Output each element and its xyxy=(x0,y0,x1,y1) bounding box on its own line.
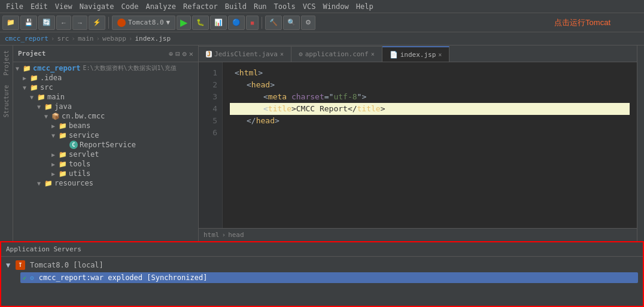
tree-tools[interactable]: ▶ 📁 tools xyxy=(13,159,198,169)
sync-check-icon: ✓ xyxy=(23,275,26,281)
main-label: main xyxy=(47,93,65,101)
nav-head[interactable]: head xyxy=(228,231,244,239)
tree-service[interactable]: ▼ 📁 service xyxy=(13,130,198,140)
tree-resources[interactable]: ▼ 📁 resources xyxy=(13,178,198,188)
menu-file[interactable]: File xyxy=(2,1,27,12)
bc-project[interactable]: cmcc_report xyxy=(5,35,48,42)
tree-main[interactable]: ▼ 📁 main xyxy=(13,92,198,102)
bc-webapp[interactable]: webapp xyxy=(102,35,126,42)
tab-indexjsp-close[interactable]: × xyxy=(438,51,442,58)
stop-btn[interactable]: ■ xyxy=(246,16,259,30)
idea-arrow[interactable]: ▶ xyxy=(23,75,30,81)
tree-idea[interactable]: ▶ 📁 .idea xyxy=(13,73,198,83)
src-arrow[interactable]: ▼ xyxy=(23,84,30,91)
idea-label: .idea xyxy=(40,74,62,82)
menu-help[interactable]: Help xyxy=(353,1,377,12)
line-num-6: 6 xyxy=(199,127,217,139)
sidebar-locate-icon[interactable]: ⊕ xyxy=(169,50,173,58)
menu-view[interactable]: View xyxy=(51,1,76,12)
menu-vcs[interactable]: VCS xyxy=(299,1,320,12)
sidebar-settings-icon[interactable]: ⚙ xyxy=(183,50,187,58)
editor-content: 1 2 3 4 5 6 <html> <head> xyxy=(199,62,637,228)
resources-folder-icon: 📁 xyxy=(44,180,53,187)
profile-btn[interactable]: 📊 xyxy=(210,16,227,30)
nav-html[interactable]: html xyxy=(203,231,220,239)
debug-btn[interactable]: 🐛 xyxy=(192,16,209,30)
utils-arrow[interactable]: ▶ xyxy=(51,171,59,177)
toolbar-action-btn[interactable]: ⚡ xyxy=(89,16,105,30)
tab-jedisclient[interactable]: J JedisClient.java × xyxy=(199,46,291,62)
toolbar-new-btn[interactable]: 📁 xyxy=(2,16,19,30)
code-line-2: <head> xyxy=(230,79,630,91)
resources-arrow[interactable]: ▼ xyxy=(37,180,44,187)
deployment-item[interactable]: ✓ ⚙ cmcc_report:war exploded [Synchroniz… xyxy=(20,272,638,283)
tab-indexjsp[interactable]: 📄 index.jsp × xyxy=(382,46,450,62)
breadcrumb: cmcc_report › src › main › webapp › inde… xyxy=(0,32,644,45)
editor-breadcrumb-nav: html › head xyxy=(199,228,637,241)
sidebar-collapse-icon[interactable]: ⊟ xyxy=(175,50,180,58)
line-num-3: 3 xyxy=(199,91,217,103)
tree-servlet[interactable]: ▶ 📁 servlet xyxy=(13,150,198,159)
tree-root[interactable]: ▼ 📁 cmcc_report E:\大数据资料\大数据实训1\充值 xyxy=(13,63,198,73)
tree-package[interactable]: ▼ 📦 cn.bw.cmcc xyxy=(13,111,198,121)
toolbar-back-btn[interactable]: ← xyxy=(56,16,71,30)
bc-file[interactable]: index.jsp xyxy=(135,35,171,42)
tree-utils[interactable]: ▶ 📁 utils xyxy=(13,169,198,178)
menu-bar: File Edit View Navigate Code Analyze Ref… xyxy=(0,0,644,13)
servlet-arrow[interactable]: ▶ xyxy=(51,151,59,158)
val-utf8: utf-8 xyxy=(333,91,357,103)
src-label: src xyxy=(40,83,53,92)
menu-refactor[interactable]: Refactor xyxy=(180,1,221,12)
coverage-btn[interactable]: 🔵 xyxy=(228,16,245,30)
tab-indexjsp-label: index.jsp xyxy=(400,51,436,59)
package-folder-icon: 📦 xyxy=(51,113,60,120)
left-tab-project[interactable]: Project xyxy=(1,45,12,80)
sidebar-close-icon[interactable]: ✕ xyxy=(189,50,193,58)
separator-1 xyxy=(108,17,109,29)
tree-reportservice[interactable]: ▶ C ReportService xyxy=(13,140,198,150)
tab-appconf[interactable]: ⚙ application.conf × xyxy=(291,46,382,62)
menu-window[interactable]: Window xyxy=(319,1,352,12)
menu-analyze[interactable]: Analyze xyxy=(142,1,180,12)
run-button[interactable]: ▶ xyxy=(177,16,191,30)
toolbar-sync-btn[interactable]: 🔄 xyxy=(38,16,55,30)
code-editor[interactable]: <html> <head> <meta charset="utf-8"> <ti… xyxy=(223,62,637,228)
beans-arrow[interactable]: ▶ xyxy=(51,123,59,129)
service-arrow[interactable]: ▼ xyxy=(51,132,59,139)
menu-build[interactable]: Build xyxy=(221,1,250,12)
menu-code[interactable]: Code xyxy=(118,1,142,12)
utils-label: utils xyxy=(69,169,90,178)
gear-icon: ⚙ xyxy=(30,274,34,282)
toolbar: 📁 💾 🔄 ← → ⚡ Tomcat8.0 ▼ ▶ 🐛 📊 🔵 ■ 🔨 🔍 ⚙ … xyxy=(0,13,644,32)
main-arrow[interactable]: ▼ xyxy=(30,94,37,101)
bc-main[interactable]: main xyxy=(78,35,94,42)
menu-navigate[interactable]: Navigate xyxy=(76,1,118,12)
tree-beans[interactable]: ▶ 📁 beans xyxy=(13,121,198,130)
build-btn[interactable]: 🔨 xyxy=(265,16,282,30)
left-tab-structure[interactable]: Structure xyxy=(1,80,12,122)
search-btn[interactable]: 🔍 xyxy=(283,16,300,30)
src-folder-icon: 📁 xyxy=(30,84,38,92)
settings-btn[interactable]: ⚙ xyxy=(301,16,315,30)
run-config-selector[interactable]: Tomcat8.0 ▼ xyxy=(112,16,175,30)
root-arrow[interactable]: ▼ xyxy=(16,65,23,72)
tools-arrow[interactable]: ▶ xyxy=(51,161,59,168)
menu-tools[interactable]: Tools xyxy=(271,1,299,12)
tree-src[interactable]: ▼ 📁 src xyxy=(13,83,198,92)
package-arrow[interactable]: ▼ xyxy=(44,113,51,120)
jedisclient-icon: J xyxy=(206,51,212,57)
server-item-tomcat[interactable]: ▼ T Tomcat8.0 [local] xyxy=(6,259,638,271)
menu-edit[interactable]: Edit xyxy=(27,1,51,12)
beans-folder-icon: 📁 xyxy=(59,122,67,130)
bc-src[interactable]: src xyxy=(57,35,69,42)
class-icon: C xyxy=(69,141,78,149)
server-expand-arrow[interactable]: ▼ xyxy=(6,261,13,269)
menu-run[interactable]: Run xyxy=(250,1,271,12)
tag-meta: meta xyxy=(268,91,291,103)
tab-jedisclient-close[interactable]: × xyxy=(280,51,284,57)
toolbar-save-btn[interactable]: 💾 xyxy=(20,16,37,30)
tree-java[interactable]: ▼ 📁 java xyxy=(13,102,198,111)
tab-appconf-close[interactable]: × xyxy=(371,51,375,57)
toolbar-forward-btn[interactable]: → xyxy=(72,16,87,30)
java-arrow[interactable]: ▼ xyxy=(37,104,44,110)
